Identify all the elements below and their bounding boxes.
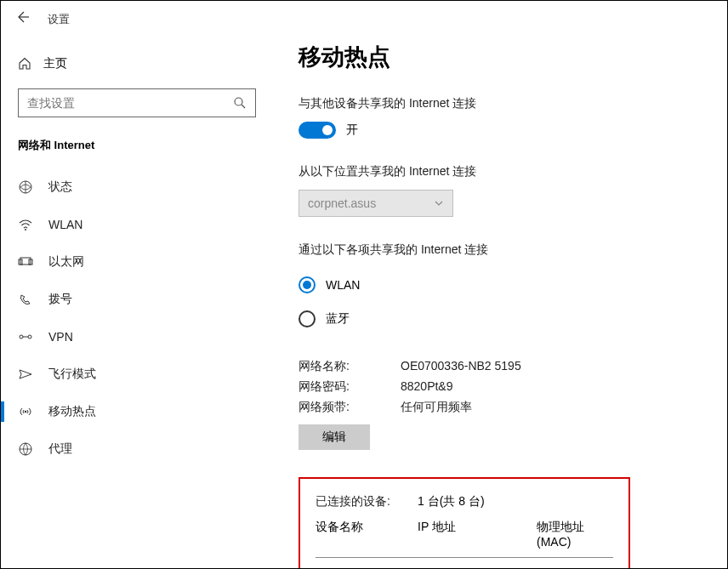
svg-point-8 (28, 335, 31, 339)
sidebar-item-proxy[interactable]: 代理 (1, 430, 273, 468)
main-content: 移动热点 与其他设备共享我的 Internet 连接 开 从以下位置共享我的 I… (273, 1, 727, 568)
svg-point-0 (235, 98, 242, 105)
sidebar-item-label: 状态 (48, 179, 72, 195)
net-name-value: OE0700336-NB2 5195 (401, 359, 521, 374)
sidebar-item-label: 移动热点 (48, 404, 96, 419)
home-label: 主页 (43, 56, 67, 71)
col-ip: IP 地址 (418, 520, 537, 549)
share-label: 与其他设备共享我的 Internet 连接 (299, 96, 727, 111)
connected-label: 已连接的设备: (316, 494, 418, 509)
sidebar-item-ethernet[interactable]: 以太网 (1, 243, 273, 281)
home-link[interactable]: 主页 (1, 48, 273, 80)
sidebar-item-label: VPN (48, 330, 73, 344)
dialup-icon (18, 292, 33, 307)
sidebar-item-label: WLAN (48, 218, 82, 231)
sidebar-item-label: 拨号 (48, 292, 72, 307)
net-pwd-label: 网络密码: (299, 379, 401, 395)
search-input[interactable] (27, 96, 233, 110)
col-mac: 物理地址(MAC) (537, 520, 613, 549)
svg-point-7 (20, 335, 23, 339)
connected-devices-box: 已连接的设备: 1 台(共 8 台) 设备名称 IP 地址 物理地址(MAC) … (299, 477, 630, 568)
toggle-state-label: 开 (346, 122, 358, 138)
net-pwd-value: 8820Pt&9 (401, 379, 453, 395)
share-toggle[interactable] (299, 122, 336, 139)
page-title: 移动热点 (299, 42, 727, 72)
search-icon (233, 96, 247, 110)
sidebar-section-title: 网络和 Internet (1, 138, 273, 168)
status-icon (18, 179, 33, 195)
edit-button[interactable]: 编辑 (299, 424, 370, 450)
radio-bt-circle (299, 310, 316, 327)
share-via-label: 通过以下各项共享我的 Internet 连接 (299, 242, 727, 258)
sidebar-item-label: 飞行模式 (48, 367, 96, 382)
net-name-label: 网络名称: (299, 359, 401, 374)
select-value: corpnet.asus (308, 196, 376, 210)
proxy-icon (18, 441, 33, 457)
sidebar-item-wlan[interactable]: WLAN (1, 206, 273, 243)
sidebar-item-hotspot[interactable]: 移动热点 (1, 393, 273, 430)
radio-bluetooth[interactable]: 蓝牙 (299, 302, 727, 336)
sidebar-item-status[interactable]: 状态 (1, 168, 273, 206)
wifi-icon (18, 217, 33, 232)
back-arrow-icon (14, 9, 31, 26)
connected-value: 1 台(共 8 台) (418, 494, 485, 509)
share-from-select[interactable]: corpnet.asus (299, 190, 453, 217)
svg-point-10 (25, 411, 26, 413)
ethernet-icon (18, 254, 33, 270)
net-band-label: 网络频带: (299, 400, 401, 415)
radio-wlan-label: WLAN (326, 278, 360, 292)
svg-point-3 (25, 229, 26, 230)
net-band-value: 任何可用频率 (401, 400, 472, 415)
sidebar-item-label: 代理 (48, 441, 72, 457)
sidebar-item-label: 以太网 (48, 254, 84, 270)
search-box[interactable] (18, 88, 256, 117)
svg-line-1 (242, 105, 245, 108)
sidebar-item-vpn[interactable]: VPN (1, 318, 273, 356)
radio-bt-label: 蓝牙 (326, 311, 350, 327)
sidebar-item-dialup[interactable]: 拨号 (1, 281, 273, 318)
sidebar-item-airplane[interactable]: 飞行模式 (1, 356, 273, 393)
home-icon (18, 57, 31, 71)
sidebar: 主页 网络和 Internet 状态 WLAN 以太网 拨号 VPN (1, 1, 273, 568)
table-row: 未知 192.168.137.245 7e:b9:f0:e8:ec:27 (316, 558, 613, 568)
radio-wlan-circle (299, 276, 316, 293)
hotspot-icon (18, 404, 33, 419)
header-title: 设置 (48, 12, 70, 27)
radio-wlan[interactable]: WLAN (299, 268, 727, 302)
col-device-name: 设备名称 (316, 520, 418, 549)
vpn-icon (18, 329, 33, 344)
airplane-icon (18, 367, 33, 382)
back-button[interactable] (14, 9, 31, 30)
share-from-label: 从以下位置共享我的 Internet 连接 (299, 164, 727, 179)
chevron-down-icon (434, 198, 444, 208)
